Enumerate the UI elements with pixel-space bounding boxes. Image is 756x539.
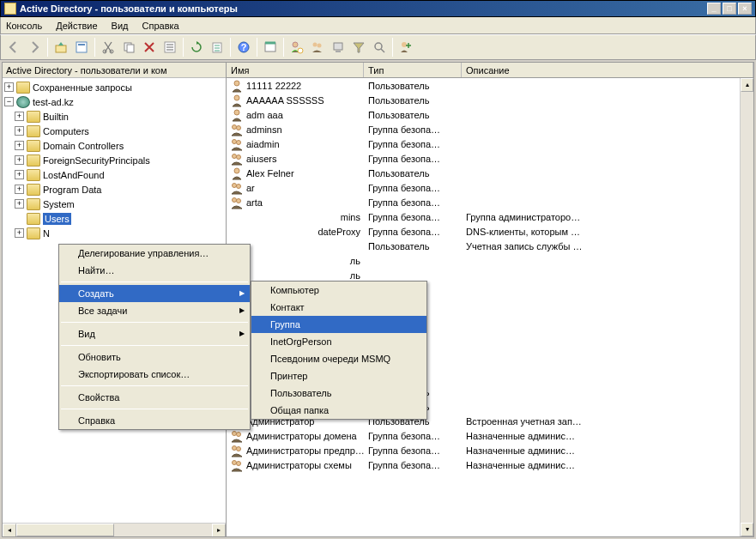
list-row[interactable]: Администраторы схемыГруппа безопа…Назнач… <box>227 457 753 472</box>
row-desc: Учетная запись службы … <box>462 241 753 251</box>
add-user-button[interactable] <box>396 38 415 57</box>
ctx-view[interactable]: Вид▶ <box>59 325 250 342</box>
new-user-button[interactable] <box>287 38 306 57</box>
tree-system[interactable]: +System <box>3 197 226 211</box>
minimize-button[interactable]: _ <box>707 3 721 15</box>
ctx-props[interactable]: Свойства <box>59 389 250 406</box>
tree-header[interactable]: Active Directory - пользователи и ком <box>3 63 226 78</box>
svg-point-36 <box>233 431 237 435</box>
svg-point-27 <box>233 154 237 158</box>
ctx-export[interactable]: Экспортировать список… <box>59 366 250 383</box>
menu-console[interactable]: Консоль <box>4 19 44 33</box>
list-scrollbar-v[interactable]: ▴ ▾ <box>740 78 753 536</box>
tree-users[interactable]: Users <box>3 211 226 226</box>
new-computer-button[interactable] <box>329 38 348 57</box>
filter-button[interactable] <box>349 38 368 57</box>
tree-scrollbar-h[interactable]: ◂ ▸ <box>3 523 226 536</box>
menubar: Консоль Действие Вид Справка <box>0 17 756 34</box>
ctx-new-user[interactable]: Пользователь <box>251 385 426 402</box>
svg-rect-16 <box>334 43 342 50</box>
menu-action[interactable]: Действие <box>54 19 99 33</box>
list-row[interactable]: adminsnГруппа безопа… <box>227 122 753 136</box>
create-submenu: Компьютер Контакт Группа InetOrgPerson П… <box>251 281 427 420</box>
list-row[interactable]: Администраторы доменаГруппа безопа…Назна… <box>227 428 753 443</box>
tree-domain[interactable]: −test-ad.kz <box>3 94 226 109</box>
svg-point-12 <box>293 42 298 47</box>
menu-help[interactable]: Справка <box>141 19 181 33</box>
col-type[interactable]: Тип <box>364 63 462 77</box>
export-button[interactable] <box>208 38 227 57</box>
up-button[interactable] <box>51 38 70 57</box>
tree-lostandfound[interactable]: +LostAndFound <box>3 167 226 182</box>
refresh-button[interactable] <box>187 38 206 57</box>
scroll-right-button[interactable]: ▸ <box>212 524 226 537</box>
list-row[interactable]: dateProxyГруппа безопа…DNS-клиенты, кото… <box>227 224 753 239</box>
ctx-new-inetorgperson[interactable]: InetOrgPerson <box>251 333 426 350</box>
list-row[interactable]: AAAAAA SSSSSSПользователь <box>227 93 753 107</box>
list-row[interactable]: Администраторы предпр…Группа безопа…Назн… <box>227 443 753 457</box>
tree-saved-queries[interactable]: +Сохраненные запросы <box>3 80 226 94</box>
find-button[interactable] <box>261 38 280 57</box>
ctx-new-sharedfolder[interactable]: Общая папка <box>251 402 426 419</box>
ctx-find[interactable]: Найти… <box>59 262 250 279</box>
ctx-new-computer[interactable]: Компьютер <box>251 282 426 299</box>
row-name: Администраторы схемы <box>246 460 352 470</box>
ctx-new-printer[interactable]: Принтер <box>251 367 426 385</box>
group-icon <box>230 196 244 209</box>
svg-rect-2 <box>78 44 85 45</box>
menu-view[interactable]: Вид <box>110 19 130 33</box>
user-icon <box>230 108 244 122</box>
list-row[interactable]: minsГруппа безопа…Группа администраторо… <box>227 209 753 224</box>
close-button[interactable]: × <box>738 3 752 15</box>
ctx-delegate[interactable]: Делегирование управления… <box>59 245 250 262</box>
list-row[interactable]: ПользовательУчетная запись службы … <box>227 239 753 253</box>
new-group-button[interactable] <box>308 38 327 57</box>
list-row[interactable]: 11111 22222Пользователь <box>227 78 753 93</box>
svg-point-25 <box>233 139 237 143</box>
properties2-button[interactable] <box>160 38 179 57</box>
cut-button[interactable] <box>99 38 118 57</box>
back-button[interactable] <box>4 38 23 57</box>
tree-builtin[interactable]: +Builtin <box>3 109 226 124</box>
ctx-new-group[interactable]: Группа <box>251 316 426 333</box>
col-name[interactable]: Имя <box>227 63 364 77</box>
copy-button[interactable] <box>119 38 138 57</box>
scroll-down-button[interactable]: ▾ <box>741 523 753 536</box>
tree-programdata[interactable]: +Program Data <box>3 182 226 197</box>
list-row[interactable]: aiadminГруппа безопа… <box>227 136 753 151</box>
svg-point-37 <box>237 432 241 436</box>
list-row[interactable]: artaГруппа безопа… <box>227 195 753 209</box>
ctx-alltasks[interactable]: Все задачи▶ <box>59 302 250 319</box>
tree-n[interactable]: +N <box>3 226 226 240</box>
list-row[interactable]: arГруппа безопа… <box>227 180 753 195</box>
context-menu: Делегирование управления… Найти… Создать… <box>58 244 251 430</box>
list-row[interactable]: adm aaaПользователь <box>227 107 753 122</box>
tree-computers[interactable]: +Computers <box>3 124 226 138</box>
ctx-new-contact[interactable]: Контакт <box>251 299 426 316</box>
list-row[interactable]: aiusersГруппа безопа… <box>227 151 753 166</box>
properties-button[interactable] <box>72 38 91 57</box>
row-name: adminsn <box>246 124 282 135</box>
tree-fsp[interactable]: +ForeignSecurityPrincipals <box>3 153 226 167</box>
list-row[interactable]: ль <box>227 253 753 268</box>
ctx-help[interactable]: Справка <box>59 412 250 429</box>
tree-domain-controllers[interactable]: +Domain Controllers <box>3 138 226 153</box>
svg-rect-1 <box>76 42 87 52</box>
row-name: aiusers <box>246 154 276 164</box>
delete-button[interactable] <box>140 38 159 57</box>
row-name: ar <box>246 183 255 193</box>
group-icon <box>230 458 244 472</box>
ctx-refresh[interactable]: Обновить <box>59 348 250 366</box>
ctx-new-msmq[interactable]: Псевдоним очереди MSMQ <box>251 350 426 367</box>
col-desc[interactable]: Описание <box>462 63 753 77</box>
find2-button[interactable] <box>370 38 389 57</box>
list-row[interactable]: Alex FelnerПользователь <box>227 166 753 180</box>
svg-point-13 <box>298 48 303 53</box>
scroll-up-button[interactable]: ▴ <box>741 78 753 92</box>
scroll-left-button[interactable]: ◂ <box>3 524 16 537</box>
help-button[interactable]: ? <box>234 38 253 57</box>
svg-point-19 <box>402 42 407 47</box>
forward-button[interactable] <box>25 38 44 57</box>
ctx-create[interactable]: Создать▶ <box>59 285 250 302</box>
maximize-button[interactable]: □ <box>723 3 736 15</box>
